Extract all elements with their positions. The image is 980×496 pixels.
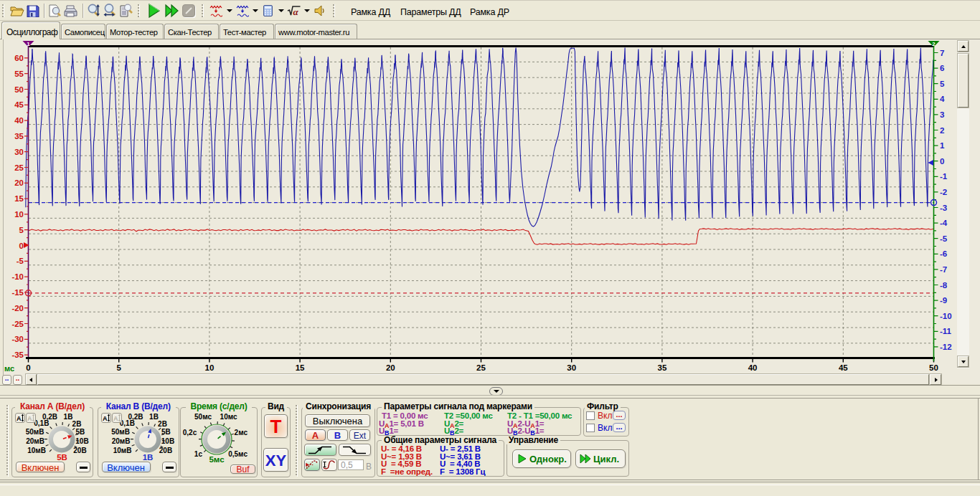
svg-text:-10: -10 bbox=[940, 312, 952, 320]
svg-text:A: A bbox=[113, 415, 118, 422]
svg-text:25: 25 bbox=[14, 163, 24, 172]
svg-text:45: 45 bbox=[14, 100, 24, 109]
svg-text:40: 40 bbox=[14, 116, 24, 125]
svg-text:-15: -15 bbox=[11, 288, 24, 297]
svg-text:-1: -1 bbox=[940, 172, 948, 181]
svg-text:-10: -10 bbox=[11, 272, 24, 281]
svg-text:5: 5 bbox=[116, 363, 121, 372]
svg-text:60: 60 bbox=[14, 54, 24, 62]
svg-text:2: 2 bbox=[940, 126, 944, 135]
svg-text:4: 4 bbox=[940, 95, 945, 103]
svg-text:3: 3 bbox=[940, 110, 944, 119]
svg-text:-2: -2 bbox=[940, 188, 947, 196]
svg-text:-9: -9 bbox=[940, 296, 947, 305]
svg-text:-5: -5 bbox=[940, 234, 948, 243]
svg-text:30: 30 bbox=[567, 363, 576, 372]
svg-text:10: 10 bbox=[205, 363, 215, 372]
svg-text:20: 20 bbox=[14, 178, 24, 187]
svg-text:35: 35 bbox=[658, 363, 667, 372]
svg-text:A: A bbox=[17, 415, 22, 422]
svg-text:0: 0 bbox=[940, 157, 944, 166]
svg-text:1: 1 bbox=[27, 41, 30, 47]
svg-text:α: α bbox=[293, 6, 299, 16]
svg-text:40: 40 bbox=[748, 363, 758, 372]
svg-text:-4: -4 bbox=[940, 219, 948, 227]
svg-text:15: 15 bbox=[296, 363, 305, 372]
svg-text:A: A bbox=[27, 415, 32, 422]
svg-text:15: 15 bbox=[14, 194, 24, 203]
svg-text:-25: -25 bbox=[11, 320, 24, 328]
svg-text:20: 20 bbox=[386, 363, 395, 372]
svg-text:6: 6 bbox=[940, 64, 944, 72]
svg-text:50: 50 bbox=[14, 85, 24, 94]
svg-text:1: 1 bbox=[940, 141, 945, 150]
svg-text:45: 45 bbox=[839, 363, 848, 372]
svg-text:-11: -11 bbox=[940, 327, 952, 335]
svg-text:-35: -35 bbox=[11, 350, 24, 359]
svg-text:5: 5 bbox=[19, 226, 24, 234]
svg-text:55: 55 bbox=[14, 70, 24, 78]
svg-text:-30: -30 bbox=[11, 335, 24, 343]
svg-text:2: 2 bbox=[932, 41, 936, 47]
svg-text:50: 50 bbox=[929, 363, 938, 372]
svg-text:-3: -3 bbox=[940, 204, 947, 212]
svg-text:-12: -12 bbox=[940, 343, 952, 351]
svg-text:5: 5 bbox=[940, 80, 945, 88]
svg-text:35: 35 bbox=[14, 132, 24, 140]
svg-text:-8: -8 bbox=[940, 281, 948, 290]
svg-text:-5: -5 bbox=[17, 257, 24, 265]
svg-text:-20: -20 bbox=[11, 304, 24, 313]
svg-text:мс: мс bbox=[4, 364, 14, 373]
svg-text:0: 0 bbox=[26, 363, 30, 372]
svg-text:A: A bbox=[103, 415, 108, 422]
svg-text:-7: -7 bbox=[940, 265, 947, 274]
svg-text:30: 30 bbox=[14, 148, 24, 156]
svg-text:7: 7 bbox=[940, 49, 944, 57]
svg-text:25: 25 bbox=[476, 363, 486, 372]
svg-text:-6: -6 bbox=[940, 249, 947, 258]
svg-text:0: 0 bbox=[19, 242, 24, 250]
svg-text:10: 10 bbox=[14, 210, 24, 219]
